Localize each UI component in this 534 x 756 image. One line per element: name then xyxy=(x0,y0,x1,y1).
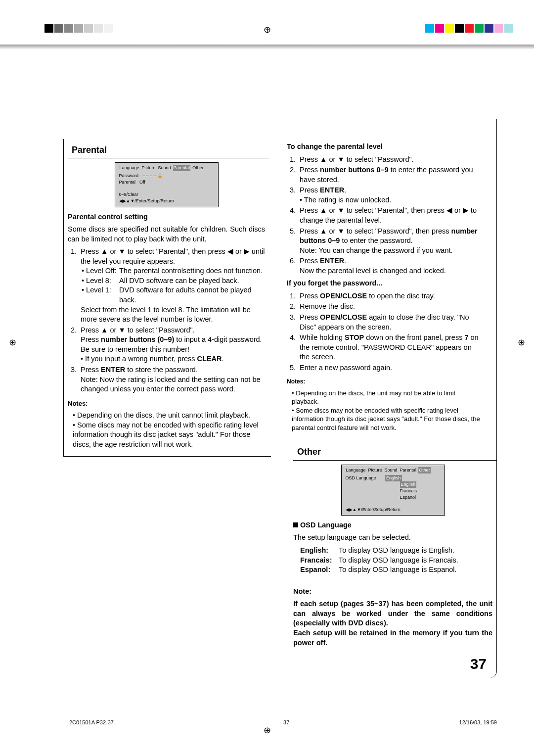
forget-heading: If you forget the password... xyxy=(287,279,482,288)
osd-language-heading: OSD Language xyxy=(300,521,352,529)
registration-left: ⊕ xyxy=(9,336,16,348)
bold: OPEN/CLOSE xyxy=(320,292,367,300)
step-text: . xyxy=(344,186,346,194)
page-number: 37 xyxy=(470,654,487,674)
osd-tab: Language xyxy=(346,467,366,473)
osd-tab-selected: Parental xyxy=(173,165,191,171)
osd-opt: Francais xyxy=(400,488,417,493)
step-text: Remove the disc. xyxy=(298,302,482,312)
step-text: Press ▲ or ▼ to select "Password". xyxy=(81,326,195,334)
step-text: • If you input a wrong number, press xyxy=(81,355,197,363)
bold: number buttons 0–9 xyxy=(320,166,389,174)
osd-tab: Parental xyxy=(400,467,417,473)
level-val: All DVD software can be played back. xyxy=(119,276,265,286)
other-heading: Other xyxy=(293,444,496,460)
bullet-icon xyxy=(293,522,298,527)
lang-list: English:To display OSD language is Engli… xyxy=(293,546,492,575)
note-body: If each setup (pages 35~37) has been com… xyxy=(293,600,492,646)
osd-footer: ◀▶▲▼/Enter/Setup/Return xyxy=(346,507,441,513)
step-text: to open the disc tray. xyxy=(367,292,435,300)
change-block: To change the parental level Press ▲ or … xyxy=(285,142,496,432)
footer-right: 12/16/03, 19:59 xyxy=(459,719,497,726)
note-item: Depending on the discs, the unit may not… xyxy=(292,389,482,406)
step-text: Press xyxy=(300,292,320,300)
osd-tab: Picture xyxy=(368,467,383,473)
step-text: Press xyxy=(300,166,320,174)
step-text: Now the parental level is changed and lo… xyxy=(300,267,446,275)
osd-hint: 0–9/Clear xyxy=(119,191,214,198)
bold: ENTER xyxy=(101,366,125,374)
lang-key: Francais: xyxy=(300,556,339,566)
notes-heading: Notes: xyxy=(68,399,265,408)
page-body: Parental Language Picture Sound Parental… xyxy=(59,119,497,678)
osd-tab: Sound xyxy=(384,467,398,473)
osd-tab-selected: Other xyxy=(418,467,431,473)
osd-label: Parental xyxy=(119,179,136,186)
bold: CLEAR xyxy=(197,355,222,363)
registration-right: ⊕ xyxy=(518,336,525,348)
step-text: Press xyxy=(81,335,101,343)
step-text: Enter a new password again. xyxy=(298,363,482,373)
bold: STOP xyxy=(345,333,364,341)
level-val: DVD software for adults cannot be played… xyxy=(119,285,265,305)
parental-steps: Press ▲ or ▼ to select "Parental", then … xyxy=(68,247,265,394)
step-text: to enter the password. xyxy=(340,236,413,244)
notes-list: Depending on the discs, the unit cannot … xyxy=(68,411,265,449)
osd-value: Off xyxy=(139,179,145,186)
forget-steps: Press OPEN/CLOSE to open the disc tray. … xyxy=(287,291,482,373)
parental-section: Parental Language Picture Sound Parental… xyxy=(63,139,271,457)
osd-tab: Picture xyxy=(141,165,156,171)
level-val: The parental controlsetting does not fun… xyxy=(119,266,265,276)
level-key: • Level 1: xyxy=(82,285,119,305)
step-text: Press xyxy=(300,313,320,321)
change-heading: To change the parental level xyxy=(287,142,482,152)
step-text: Press xyxy=(300,186,320,194)
osd-label: OSD Language xyxy=(346,475,376,481)
change-steps: Press ▲ or ▼ to select "Password". Press… xyxy=(287,155,482,276)
step-text: Select from the level 1 to level 8. The … xyxy=(81,306,251,324)
step-text: . xyxy=(344,257,346,265)
osd-value: English xyxy=(385,475,402,481)
bold: 7 xyxy=(464,333,468,341)
lang-key: English: xyxy=(300,546,339,556)
notes-heading: Notes: xyxy=(287,378,482,385)
step-text: While holding xyxy=(300,333,345,341)
level-key: • Level 8: xyxy=(82,276,119,286)
print-footer: 2C01501A P32-37 37 12/16/03, 19:59 xyxy=(69,716,497,726)
osd-tab: Other xyxy=(192,165,204,171)
step-text: Press xyxy=(81,366,101,374)
footer-center: 37 xyxy=(283,719,289,726)
parental-heading: Parental xyxy=(68,142,269,158)
osd-opt: English xyxy=(400,481,417,488)
osd-footer: ◀▶▲▼/Enter/Setup/Return xyxy=(119,198,214,204)
osd-tab: Sound xyxy=(158,165,172,171)
step-text: Press ▲ or ▼ to select "Parental", then … xyxy=(81,247,265,265)
lang-key: Espanol: xyxy=(300,565,339,575)
parental-intro: Some discs are specified not suitable fo… xyxy=(68,225,265,244)
osd-tab: Language xyxy=(119,165,140,171)
osd-label: Password xyxy=(119,173,139,179)
osd-parental: Language Picture Sound Parental Other Pa… xyxy=(115,162,219,207)
lang-val: To display OSD language is Francais. xyxy=(339,556,458,566)
notes-list: Depending on the discs, the unit may not… xyxy=(287,389,482,432)
lang-val: To display OSD language is Espanol. xyxy=(339,565,457,575)
bold: OPEN/CLOSE xyxy=(320,313,367,321)
footer-left: 2C01501A P32-37 xyxy=(69,719,114,726)
osd-opt: Espanol xyxy=(400,495,416,500)
bold: number buttons (0–9) xyxy=(101,335,174,343)
note-item: Some discs may not be encoded with speci… xyxy=(73,421,265,450)
other-section: Other Language Picture Sound Parental Ot… xyxy=(289,441,496,658)
parental-sub: Parental control setting xyxy=(68,212,265,222)
step-text: • The rating is now unlocked. xyxy=(300,196,391,204)
bold: ENTER xyxy=(320,257,344,265)
step-text: Note: Now the rating is locked and the s… xyxy=(81,376,261,393)
step-text: to store the password. xyxy=(125,366,198,374)
note-item: Some discs may not be encoded with speci… xyxy=(292,406,482,432)
note-item: Depending on the discs, the unit cannot … xyxy=(73,411,265,421)
step-text: Press ▲ or ▼ to select "Password", then … xyxy=(300,227,451,235)
osd-value: – – – – 🔒 xyxy=(142,173,163,179)
step-text: Press ▲ or ▼ to select "Password". xyxy=(298,155,482,165)
lang-val: To display OSD language is English. xyxy=(339,546,454,556)
step-text: Press ▲ or ▼ to select "Parental", then … xyxy=(298,206,482,225)
step-text: down on the front panel, press xyxy=(364,333,464,341)
